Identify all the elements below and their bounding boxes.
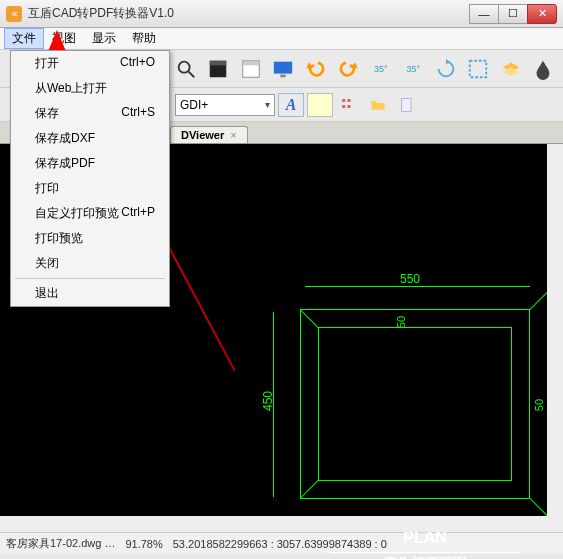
titlebar: ∝ 互盾CAD转PDF转换器V1.0 — ☐ ✕ <box>0 0 563 28</box>
menu-open-web[interactable]: 从Web上打开 <box>11 76 169 101</box>
settings-icon[interactable] <box>336 93 362 117</box>
window-white-icon[interactable] <box>235 53 266 85</box>
svg-rect-6 <box>274 61 292 73</box>
svg-rect-13 <box>402 98 411 111</box>
menu-save[interactable]: 保存Ctrl+S <box>11 101 169 126</box>
window-black-icon[interactable] <box>203 53 234 85</box>
refresh-icon[interactable] <box>430 53 461 85</box>
svg-rect-9 <box>342 99 345 102</box>
svg-point-0 <box>179 61 190 72</box>
select-rect-icon[interactable] <box>463 53 494 85</box>
tab-close-icon[interactable]: × <box>230 129 236 141</box>
status-filename: 客房家具17-02.dwg … <box>6 536 115 551</box>
menu-open[interactable]: 打开Ctrl+O <box>11 51 169 76</box>
redo-icon[interactable] <box>333 53 364 85</box>
minimize-button[interactable]: — <box>469 4 499 24</box>
dim-top: 550 <box>400 272 420 286</box>
layers-icon[interactable] <box>495 53 526 85</box>
rotate-right-icon[interactable]: 35° <box>398 53 429 85</box>
menu-exit[interactable]: 退出 <box>11 281 169 306</box>
renderer-select[interactable]: GDI+ <box>175 94 275 116</box>
menu-display[interactable]: 显示 <box>84 28 124 49</box>
vertical-scrollbar[interactable] <box>547 144 563 532</box>
svg-rect-11 <box>348 99 351 102</box>
viewer-tab[interactable]: DViewer× <box>170 126 248 143</box>
droplet-icon[interactable] <box>527 53 558 85</box>
status-zoom: 91.78% <box>125 538 162 550</box>
menu-save-dxf[interactable]: 保存成DXF <box>11 126 169 151</box>
horizontal-scrollbar[interactable] <box>0 516 563 532</box>
window-title: 互盾CAD转PDF转换器V1.0 <box>28 5 470 22</box>
monitor-icon[interactable] <box>268 53 299 85</box>
dim-right: 50 <box>533 399 545 411</box>
menu-print[interactable]: 打印 <box>11 176 169 201</box>
menubar: 文件 视图 显示 帮助 打开Ctrl+O 从Web上打开 保存Ctrl+S 保存… <box>0 28 563 50</box>
svg-rect-7 <box>281 74 287 77</box>
menu-file[interactable]: 文件 <box>4 28 44 49</box>
svg-rect-10 <box>342 105 345 108</box>
dim-left: 450 <box>261 391 275 411</box>
file-dropdown: 打开Ctrl+O 从Web上打开 保存Ctrl+S 保存成DXF 保存成PDF … <box>10 50 170 307</box>
svg-rect-5 <box>243 60 260 65</box>
close-button[interactable]: ✕ <box>527 4 557 24</box>
text-style-button[interactable]: A <box>278 93 304 117</box>
plan-drawing <box>300 309 530 499</box>
folder-icon[interactable] <box>365 93 391 117</box>
menu-print-preview[interactable]: 打印预览 <box>11 226 169 251</box>
search-icon[interactable] <box>170 53 201 85</box>
maximize-button[interactable]: ☐ <box>498 4 528 24</box>
svg-rect-3 <box>210 60 227 65</box>
menu-print-preview-custom[interactable]: 自定义打印预览Ctrl+P <box>11 201 169 226</box>
svg-line-1 <box>189 71 195 77</box>
menu-help[interactable]: 帮助 <box>124 28 164 49</box>
menu-save-pdf[interactable]: 保存成PDF <box>11 151 169 176</box>
app-icon: ∝ <box>6 6 22 22</box>
dim-line-top <box>305 286 530 287</box>
window-controls: — ☐ ✕ <box>470 4 557 24</box>
rotate-left-icon[interactable]: 35° <box>365 53 396 85</box>
undo-icon[interactable] <box>300 53 331 85</box>
document-icon[interactable] <box>394 93 420 117</box>
plan-subtitle: 床头柜平面图 <box>330 552 520 559</box>
svg-rect-12 <box>348 105 351 108</box>
svg-rect-8 <box>470 60 487 77</box>
menu-close-file[interactable]: 关闭 <box>11 251 169 276</box>
note-icon[interactable] <box>307 93 333 117</box>
menu-separator <box>15 278 165 279</box>
